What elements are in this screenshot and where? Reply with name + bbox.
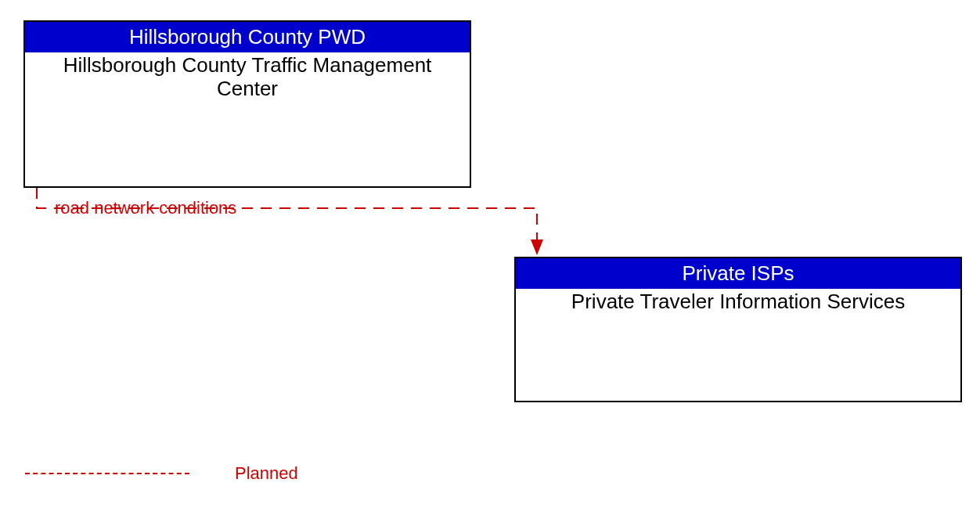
legend-line-planned [25, 473, 189, 474]
entity-box-source: Hillsborough County PWD Hillsborough Cou… [23, 20, 471, 188]
entity-header-target: Private ISPs [516, 258, 960, 289]
legend-label-planned: Planned [235, 463, 298, 484]
entity-header-source: Hillsborough County PWD [25, 22, 470, 52]
entity-body-target: Private Traveler Information Services [516, 289, 960, 314]
entity-box-target: Private ISPs Private Traveler Informatio… [514, 257, 962, 402]
flow-label: road network conditions [55, 198, 236, 218]
entity-body-source: Hillsborough County Traffic Management C… [25, 52, 470, 101]
